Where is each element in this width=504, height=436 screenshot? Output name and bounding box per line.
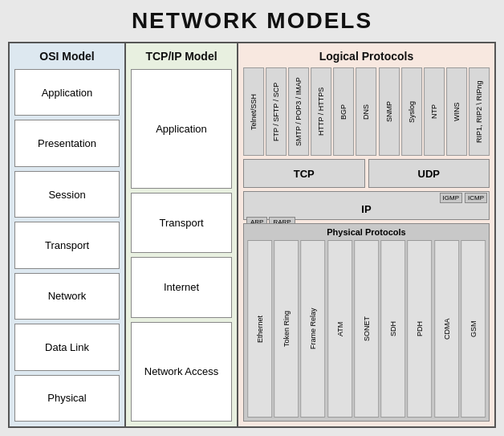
tcpip-column: TCP/IP Model Application Transport Inter… [126,43,238,426]
logical-column: Logical Protocols Telnet/SSH FTP / SFTP … [238,43,494,426]
page-title: NETWORK MODELS [132,8,372,34]
tcp-udp-row: TCP UDP [243,159,490,188]
tcpip-layers: Application Transport Internet Network A… [131,69,232,422]
osi-layer-application: Application [14,69,120,116]
ip-row: IGMP ICMP IP ARP RARP [243,191,490,220]
proto-bar-rip: RIP1, RIP2 \ RIPng [469,67,490,156]
protocol-bars: Telnet/SSH FTP / SFTP / SCP SMTP / POP3 … [243,67,490,156]
proto-bar-http: HTTP / HTTPS [311,67,331,156]
phys-bar-ethernet: Ethernet [247,240,272,418]
ip-box: IGMP ICMP IP ARP RARP [243,191,490,220]
osi-layer-session: Session [14,171,120,218]
icmp-label: ICMP [465,193,487,203]
osi-layer-datalink: Data Link [14,324,120,370]
ip-label: IP [244,203,489,215]
osi-layer-transport: Transport [14,222,120,268]
physical-section: Physical Protocols Ethernet Token Ring F… [243,223,490,422]
proto-bar-ftp: FTP / SFTP / SCP [266,67,287,156]
osi-column: OSI Model Application Presentation Sessi… [10,43,126,426]
osi-title: OSI Model [14,50,120,63]
phys-bars: Ethernet Token Ring Frame Relay ATM SONE… [247,240,486,418]
phys-bar-atm: ATM [327,240,352,418]
phys-bar-sonet: SONET [354,240,379,418]
proto-bar-smtp: SMTP / POP3 / IMAP [288,67,309,156]
main-container: OSI Model Application Presentation Sessi… [8,42,496,428]
osi-layer-presentation: Presentation [14,120,120,166]
proto-bar-syslog: Syslog [401,67,422,156]
phys-bar-gsm: GSM [461,240,486,418]
proto-bar-ntp: NTP [424,67,445,156]
ip-sub-row: IGMP ICMP [244,192,489,203]
tcpip-layer-transport: Transport [131,193,232,253]
phys-bar-token-ring: Token Ring [274,240,299,418]
tcpip-title: TCP/IP Model [131,50,232,63]
proto-bar-wins: WINS [446,67,467,156]
udp-box: UDP [368,159,490,188]
phys-bar-frame-relay: Frame Relay [300,240,325,418]
logical-inner: Telnet/SSH FTP / SFTP / SCP SMTP / POP3 … [243,67,490,422]
physical-title: Physical Protocols [247,227,486,237]
tcpip-layer-internet: Internet [131,257,232,317]
tcpip-layer-network-access: Network Access [131,322,232,422]
tcp-box: TCP [243,159,365,188]
phys-bar-cdma: CDMA [434,240,459,418]
proto-bar-dns: DNS [356,67,376,156]
phys-bar-sdh: SDH [380,240,405,418]
logical-title: Logical Protocols [243,50,490,63]
osi-layer-physical: Physical [14,375,120,422]
tcpip-layer-application: Application [131,69,232,189]
igmp-label: IGMP [440,193,462,203]
proto-bar-snmp: SNMP [379,67,400,156]
osi-layers: Application Presentation Session Transpo… [14,69,120,422]
proto-bar-telnet: Telnet/SSH [243,67,264,156]
proto-bar-bgp: BGP [333,67,354,156]
osi-layer-network: Network [14,273,120,320]
phys-bar-pdh: PDH [407,240,432,418]
